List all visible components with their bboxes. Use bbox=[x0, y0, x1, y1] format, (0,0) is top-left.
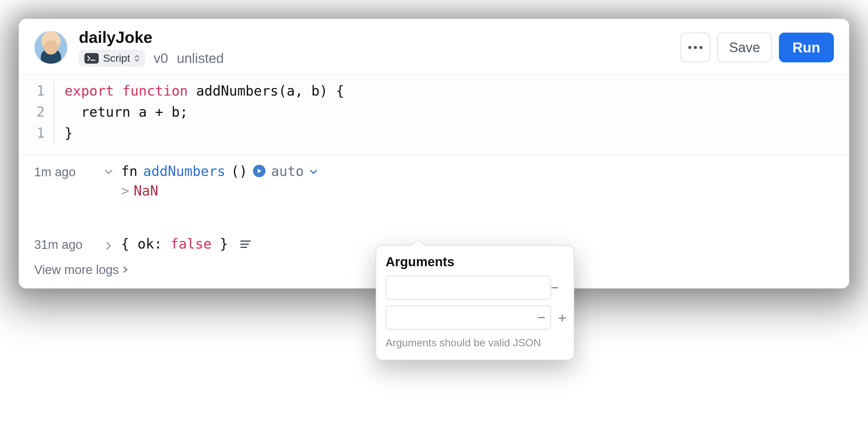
chevron-right-icon bbox=[122, 266, 129, 273]
script-title: dailyJoke bbox=[79, 28, 224, 46]
script-type-label: Script bbox=[103, 52, 130, 64]
title-block: dailyJoke Script v0 unlisted bbox=[79, 28, 224, 67]
log-timestamp: 1m ago bbox=[34, 163, 96, 179]
output-caret: > bbox=[121, 183, 129, 199]
header: dailyJoke Script v0 unlisted bbox=[19, 19, 849, 75]
svg-point-1 bbox=[688, 46, 691, 49]
mode-label[interactable]: auto bbox=[271, 163, 304, 179]
version-label[interactable]: v0 bbox=[154, 51, 168, 66]
log-timestamp: 31m ago bbox=[34, 236, 96, 252]
call-line: fn addNumbers () auto bbox=[121, 163, 318, 179]
add-argument-button[interactable]: ＋ bbox=[555, 310, 569, 325]
popover-title: Arguments bbox=[385, 254, 564, 269]
argument-input-1[interactable] bbox=[385, 305, 551, 329]
ellipsis-icon bbox=[688, 45, 703, 49]
code-editor[interactable]: 1export function addNumbers(a, b) {2 ret… bbox=[19, 75, 849, 156]
output-value: NaN bbox=[134, 183, 158, 199]
collapse-toggle[interactable] bbox=[103, 163, 114, 176]
avatar[interactable] bbox=[34, 31, 68, 64]
run-button[interactable]: Run bbox=[779, 33, 834, 62]
output-line: >NaN bbox=[121, 183, 318, 199]
argument-input-0[interactable] bbox=[385, 275, 551, 300]
remove-argument-button-0[interactable]: − bbox=[551, 280, 559, 295]
meta-row: Script v0 unlisted bbox=[79, 50, 224, 67]
logs-icon[interactable] bbox=[240, 236, 251, 252]
svg-point-3 bbox=[700, 46, 703, 49]
fn-parens: () bbox=[231, 163, 247, 179]
updown-icon bbox=[134, 55, 140, 62]
mode-chevron-down-icon[interactable] bbox=[310, 163, 318, 179]
log-entry-latest: 1m ago fn addNumbers () auto bbox=[34, 163, 834, 199]
line-number: 1 bbox=[19, 123, 54, 144]
expand-toggle[interactable] bbox=[103, 237, 114, 250]
code-text[interactable]: } bbox=[54, 123, 73, 144]
fn-keyword: fn bbox=[121, 163, 137, 179]
result-expression: { ok: false } bbox=[121, 236, 228, 252]
argument-row-0: − bbox=[385, 275, 564, 300]
arguments-popover: Arguments − − ＋ Arguments should be vali… bbox=[376, 245, 574, 360]
code-text[interactable]: return a + b; bbox=[54, 101, 188, 123]
terminal-icon bbox=[85, 53, 99, 64]
argument-row-1: − ＋ bbox=[385, 305, 564, 329]
fn-name[interactable]: addNumbers bbox=[143, 163, 225, 179]
svg-point-2 bbox=[694, 46, 697, 49]
visibility-label[interactable]: unlisted bbox=[177, 51, 224, 66]
line-number: 1 bbox=[19, 80, 54, 101]
remove-argument-button-1[interactable]: − bbox=[537, 310, 546, 325]
code-line[interactable]: 1} bbox=[19, 123, 849, 144]
script-type-selector[interactable]: Script bbox=[79, 50, 145, 67]
code-text[interactable]: export function addNumbers(a, b) { bbox=[54, 80, 344, 101]
popover-help-text: Arguments should be valid JSON bbox=[385, 335, 564, 350]
code-line[interactable]: 2 return a + b; bbox=[19, 101, 849, 123]
more-button[interactable] bbox=[681, 33, 710, 62]
play-icon[interactable] bbox=[253, 165, 266, 177]
line-number: 2 bbox=[19, 101, 54, 123]
code-line[interactable]: 1export function addNumbers(a, b) { bbox=[19, 80, 849, 101]
save-button[interactable]: Save bbox=[717, 33, 772, 62]
